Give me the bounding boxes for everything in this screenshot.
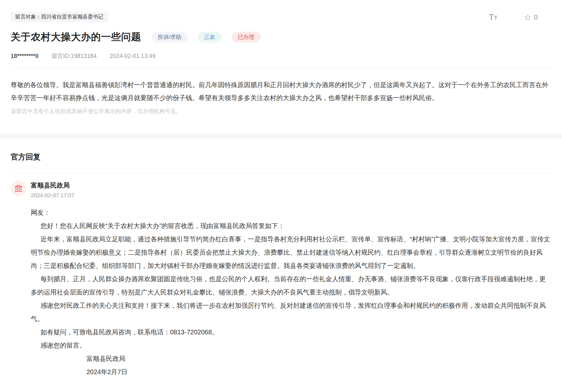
status-badge-handled: 已办理 [232, 32, 260, 42]
reply-body: 网友： 您好！您在人民网反映“关于农村大操大办”的留言收悉，现由富顺县民政局答复… [31, 206, 551, 379]
tag-agriculture[interactable]: 三农 [198, 32, 221, 42]
message-time: 2024-02-01 13:49 [109, 53, 155, 60]
title-row: 关于农村大操大办的一些问题 投诉/求助 三农 已办理 [11, 30, 551, 44]
org-avatar [11, 180, 26, 196]
reply-time: 2024-02-07 17:07 [31, 192, 74, 199]
star-icon: ☆ [524, 13, 531, 21]
reply-paragraph: 如有疑问，可致电县民政局咨询，联系电话：0813-7202068。 [31, 326, 551, 339]
reply-org-block: 富顺县民政局 2024-02-07 17:07 [31, 180, 74, 199]
favorite-count: 0 [534, 13, 538, 21]
user-phone: 18********0 [11, 53, 39, 60]
font-size-big-t: T [489, 12, 494, 22]
tag-complaint-help[interactable]: 投诉/求助 [152, 32, 188, 42]
privacy-note: 该留言中含有个人信息或其他不便公开展示的内容，仅办理机构可见。 [11, 108, 551, 115]
top-row: 留言对象：四川省自贡市富顺县委书记 TT ☆ 0 [11, 0, 551, 22]
reply-paragraph: 近年来，富顺县民政局立足职能，通过各种措施引导节约简办红白喜事，一是指导各村充分… [31, 233, 551, 272]
reply-header: 富顺县民政局 2024-02-07 17:07 [11, 180, 551, 199]
bank-building-icon [14, 184, 23, 193]
font-size-small-t: T [494, 15, 498, 21]
font-size-toggle-icon[interactable]: TT [489, 13, 498, 21]
message-body: 尊敬的各位领导。我是富顺县福善镇彭湾村一个普普通通的村民。前几年因特殊原因腊月和… [11, 78, 551, 104]
reply-paragraph: 您好！您在人民网反映“关于农村大操大办”的留言收悉，现由富顺县民政局答复如下： [31, 219, 551, 233]
reply-paragraph: 每到腊月、正月，人民群众操办酒席欢聚团圆是传统习俗，也是公民的个人权利。当前存在… [31, 272, 551, 299]
page-title: 关于农村大操大办的一些问题 [11, 30, 141, 44]
official-reply-section: 官方回复 富顺县民政局 2024-02-07 17:07 网友： 您好！您在人民… [0, 139, 562, 379]
favorite-button[interactable]: ☆ 0 [524, 13, 538, 21]
reply-paragraph: 感谢您对民政工作的关心关注和支持！接下来，我们将进一步在农村加强厉行节约、反对封… [31, 299, 551, 326]
section-divider-band [0, 134, 562, 139]
reply-org-name: 富顺县民政局 [31, 180, 74, 190]
reply-signature-date: 2024年2月7日 [31, 365, 551, 379]
message-target-tag: 留言对象：四川省自贡市富顺县委书记 [11, 12, 108, 22]
reply-paragraph: 感谢您的留言。 [31, 339, 551, 352]
message-id: 留言ID:19813184 [52, 52, 97, 60]
reply-section-title: 官方回复 [11, 152, 551, 173]
message-card: 留言对象：四川省自贡市富顺县委书记 TT ☆ 0 关于农村大操大办的一些问题 投… [0, 0, 562, 115]
meta-row: 18********0 留言ID:19813184 2024-02-01 13:… [11, 52, 551, 60]
reply-paragraph: 网友： [31, 206, 551, 219]
dashed-divider [11, 68, 551, 69]
top-actions: TT ☆ 0 [489, 13, 538, 21]
reply-signature-name: 富顺县民政局 [31, 352, 551, 365]
